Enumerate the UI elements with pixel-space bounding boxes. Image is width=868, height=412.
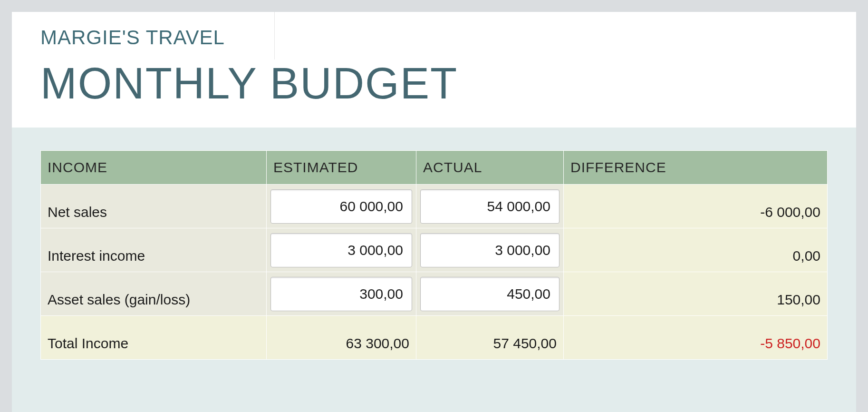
row-label: Interest income	[41, 228, 267, 272]
table-header-row: INCOME ESTIMATED ACTUAL DIFFERENCE	[41, 151, 828, 185]
difference-cell: 150,00	[564, 272, 828, 316]
estimated-cell	[267, 185, 416, 228]
actual-cell	[416, 185, 564, 228]
actual-input[interactable]	[420, 189, 559, 224]
col-header-actual: ACTUAL	[416, 151, 564, 185]
actual-input[interactable]	[420, 233, 559, 267]
col-header-income: INCOME	[41, 151, 267, 185]
estimated-cell	[267, 272, 416, 316]
estimated-input[interactable]	[270, 233, 412, 267]
col-header-difference: DIFFERENCE	[564, 151, 828, 185]
income-table-wrap: INCOME ESTIMATED ACTUAL DIFFERENCE Net s…	[12, 128, 856, 360]
header-block: MARGIE'S TRAVEL MONTHLY BUDGET	[12, 12, 856, 128]
actual-cell	[416, 228, 564, 272]
estimated-input[interactable]	[270, 189, 412, 224]
estimated-cell	[267, 228, 416, 272]
budget-sheet: MARGIE'S TRAVEL MONTHLY BUDGET INCOME ES…	[12, 12, 856, 412]
table-row: Asset sales (gain/loss) 150,00	[41, 272, 828, 316]
company-name: MARGIE'S TRAVEL	[40, 26, 828, 49]
page-title: MONTHLY BUDGET	[40, 59, 828, 108]
estimated-input[interactable]	[270, 277, 412, 311]
actual-cell	[416, 272, 564, 316]
difference-cell: -6 000,00	[564, 185, 828, 228]
row-label: Net sales	[41, 185, 267, 228]
col-header-estimated: ESTIMATED	[267, 151, 416, 185]
total-label: Total Income	[41, 316, 267, 360]
difference-cell: 0,00	[564, 228, 828, 272]
total-actual: 57 450,00	[416, 316, 564, 360]
row-label: Asset sales (gain/loss)	[41, 272, 267, 316]
total-row: Total Income 63 300,00 57 450,00 -5 850,…	[41, 316, 828, 360]
table-row: Net sales -6 000,00	[41, 185, 828, 228]
total-difference: -5 850,00	[564, 316, 828, 360]
income-table: INCOME ESTIMATED ACTUAL DIFFERENCE Net s…	[40, 150, 828, 360]
actual-input[interactable]	[420, 277, 559, 311]
total-estimated: 63 300,00	[267, 316, 416, 360]
grid-divider	[274, 12, 275, 59]
table-row: Interest income 0,00	[41, 228, 828, 272]
